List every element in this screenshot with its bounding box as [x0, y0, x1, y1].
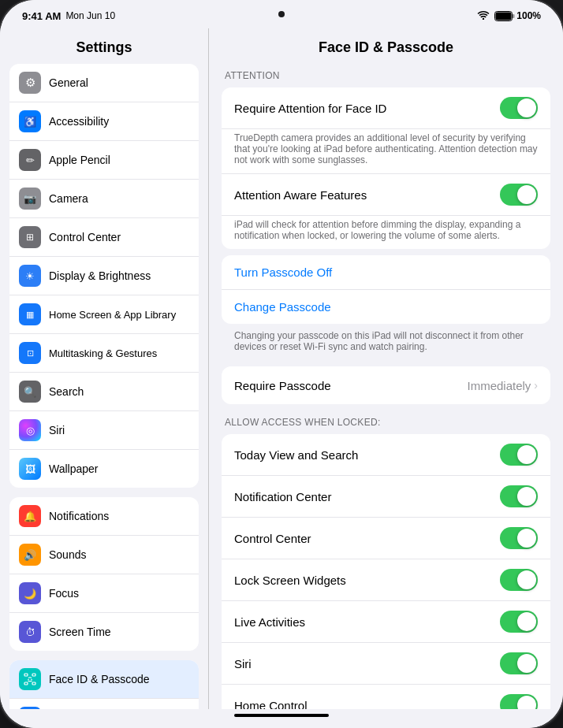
face-id-icon	[19, 668, 41, 690]
live-activities-toggle[interactable]	[500, 611, 538, 633]
camera-dot	[278, 11, 285, 17]
live-activities-row: Live Activities	[222, 601, 550, 643]
require-passcode-value: Immediately ›	[467, 379, 538, 392]
sidebar-label: General	[49, 76, 88, 89]
display-icon: ☀	[19, 265, 41, 287]
panel-title: Face ID & Passcode	[209, 28, 563, 64]
svg-point-9	[31, 679, 32, 681]
control-center-row: Control Center	[222, 518, 550, 559]
require-attention-toggle[interactable]	[500, 97, 538, 119]
siri-toggle[interactable]	[500, 652, 538, 674]
today-view-row: Today View and Search	[222, 434, 550, 476]
sidebar-item-siri[interactable]: ◎ Siri	[9, 411, 199, 450]
main-content: Settings ⚙ General ♿ Accessibility ✏ App…	[0, 28, 563, 709]
sidebar-label: Screen Time	[49, 626, 111, 638]
notifications-icon: 🔔	[19, 505, 41, 527]
sidebar-label: Wallpaper	[49, 462, 99, 475]
change-passcode-link[interactable]: Change Passcode	[222, 290, 550, 324]
sidebar-item-display[interactable]: ☀ Display & Brightness	[9, 257, 199, 295]
wifi-icon	[477, 10, 490, 22]
sidebar-item-camera[interactable]: 📷 Camera	[9, 180, 199, 218]
require-passcode-group: Require Passcode Immediately ›	[222, 366, 550, 404]
lock-screen-widgets-toggle[interactable]	[500, 569, 538, 591]
control-center-toggle[interactable]	[500, 527, 538, 549]
attention-aware-label: Attention Aware Features	[234, 188, 500, 202]
attention-group: Require Attention for Face ID TrueDepth …	[222, 87, 550, 249]
sidebar-item-privacy[interactable]: 🤝 Privacy & Security	[9, 699, 199, 709]
sidebar-item-home-screen[interactable]: ▦ Home Screen & App Library	[9, 295, 199, 334]
svg-point-8	[28, 679, 29, 681]
sidebar-title: Settings	[0, 28, 208, 64]
allow-section-label: ALLOW ACCESS WHEN LOCKED:	[209, 410, 563, 431]
sidebar-label: Face ID & Passcode	[49, 673, 150, 685]
svg-rect-3	[513, 14, 515, 18]
require-passcode-row[interactable]: Require Passcode Immediately ›	[222, 366, 550, 404]
time: 9:41 AM	[22, 10, 61, 22]
live-activities-label: Live Activities	[234, 615, 500, 629]
sidebar-item-search[interactable]: 🔍 Search	[9, 373, 199, 411]
right-panel: Face ID & Passcode ATTENTION Require Att…	[209, 28, 563, 709]
sidebar-item-general[interactable]: ⚙ General	[9, 64, 199, 102]
home-screen-icon: ▦	[19, 303, 41, 325]
battery-icon: 100%	[494, 10, 541, 21]
lock-screen-widgets-label: Lock Screen Widgets	[234, 574, 500, 587]
device-frame: 9:41 AM Mon Jun 10 100% Settings	[0, 0, 563, 728]
sidebar-label: Sounds	[49, 548, 86, 561]
turn-passcode-off-link[interactable]: Turn Passcode Off	[222, 255, 550, 290]
multitasking-icon: ⊡	[19, 342, 41, 364]
require-attention-sublabel: TrueDepth camera provides an additional …	[222, 129, 550, 173]
require-attention-label: Require Attention for Face ID	[234, 102, 500, 115]
today-view-toggle[interactable]	[500, 444, 538, 466]
sidebar-item-sounds[interactable]: 🔊 Sounds	[9, 536, 199, 574]
sidebar-item-notifications[interactable]: 🔔 Notifications	[9, 497, 199, 536]
sidebar-section-3: Face ID & Passcode 🤝 Privacy & Security	[9, 660, 199, 709]
sidebar-label: Siri	[49, 424, 65, 436]
sidebar-item-multitasking[interactable]: ⊡ Multitasking & Gestures	[9, 334, 199, 373]
home-control-toggle[interactable]	[500, 694, 538, 709]
sidebar-label: Multitasking & Gestures	[49, 347, 157, 359]
sidebar-item-screen-time[interactable]: ⏱ Screen Time	[9, 613, 199, 651]
today-view-label: Today View and Search	[234, 448, 500, 462]
sounds-icon: 🔊	[19, 544, 41, 566]
attention-aware-sublabel: iPad will check for attention before dim…	[222, 216, 550, 249]
apple-pencil-icon: ✏	[19, 149, 41, 171]
accessibility-icon: ♿	[19, 110, 41, 132]
svg-point-0	[483, 17, 484, 19]
sidebar-label: Apple Pencil	[49, 154, 110, 166]
lock-screen-widgets-row: Lock Screen Widgets	[222, 559, 550, 601]
svg-rect-7	[32, 682, 35, 685]
sidebar-item-wallpaper[interactable]: 🖼 Wallpaper	[9, 450, 199, 488]
notification-center-toggle[interactable]	[500, 485, 538, 507]
battery-pct: 100%	[516, 10, 541, 21]
screen-time-icon: ⏱	[19, 621, 41, 643]
svg-rect-2	[496, 12, 512, 20]
focus-icon: 🌙	[19, 582, 41, 604]
sidebar-label: Camera	[49, 192, 88, 205]
sidebar-label: Home Screen & App Library	[49, 309, 176, 321]
siri-label: Siri	[234, 657, 500, 670]
general-icon: ⚙	[19, 72, 41, 94]
sidebar-item-control-center[interactable]: ⊞ Control Center	[9, 218, 199, 257]
sidebar-item-face-id[interactable]: Face ID & Passcode	[9, 660, 199, 699]
attention-aware-toggle[interactable]	[500, 184, 538, 206]
allow-access-group: Today View and Search Notification Cente…	[222, 434, 550, 709]
chevron-icon: ›	[534, 379, 538, 392]
search-icon: 🔍	[19, 381, 41, 403]
home-indicator-area	[0, 709, 563, 728]
require-attention-row: Require Attention for Face ID	[222, 87, 550, 129]
sidebar-item-apple-pencil[interactable]: ✏ Apple Pencil	[9, 141, 199, 180]
home-control-row: Home Control	[222, 685, 550, 709]
sidebar-label: Control Center	[49, 231, 121, 243]
date: Mon Jun 10	[65, 10, 115, 21]
control-center-icon: ⊞	[19, 226, 41, 248]
sidebar-item-accessibility[interactable]: ♿ Accessibility	[9, 102, 199, 141]
siri-icon: ◎	[19, 419, 41, 441]
siri-row: Siri	[222, 643, 550, 685]
sidebar-section-1: ⚙ General ♿ Accessibility ✏ Apple Pencil…	[9, 64, 199, 488]
camera-icon: 📷	[19, 188, 41, 210]
home-indicator	[234, 714, 329, 717]
sidebar-item-focus[interactable]: 🌙 Focus	[9, 574, 199, 613]
sidebar: Settings ⚙ General ♿ Accessibility ✏ App…	[0, 28, 209, 709]
sidebar-label: Focus	[49, 587, 79, 600]
wallpaper-icon: 🖼	[19, 458, 41, 480]
